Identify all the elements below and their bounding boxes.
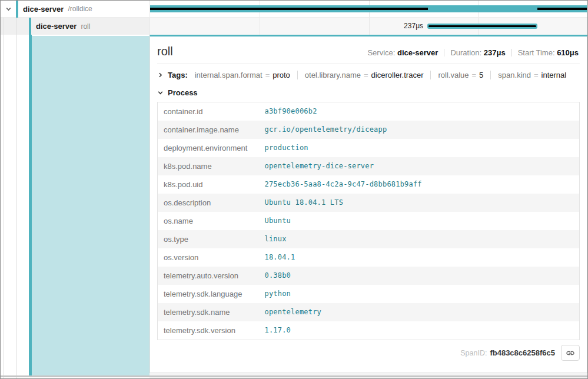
duration-label: Duration: — [450, 48, 481, 57]
table-row: k8s.pod.nameopentelemetry-dice-server — [158, 157, 580, 175]
trace-detail-view: dice-server /rolldice dice-server roll 2… — [0, 0, 588, 379]
timeline-row-child: 237μs — [150, 18, 587, 35]
kv-key: os.version — [158, 248, 259, 267]
tag-key: otel.library.name — [305, 71, 361, 79]
kv-key: telemetry.sdk.language — [158, 285, 259, 303]
copy-span-link-button[interactable] — [561, 345, 580, 361]
start-time-label: Start Time: — [518, 48, 555, 57]
span-title: roll — [157, 45, 173, 58]
span-color-fill — [32, 36, 150, 375]
table-row: os.version18.04.1 — [158, 248, 580, 267]
root-span-bar[interactable] — [150, 5, 587, 12]
kv-key: telemetry.auto.version — [158, 267, 259, 285]
collapse-chevron-icon[interactable] — [5, 6, 12, 12]
process-kv-table: container.ida3bf90e006b2 container.image… — [157, 102, 580, 340]
tag-item: internal.span.format = proto — [195, 71, 290, 79]
span-detail-card: roll Service: dice-serverDuration: 237μs… — [150, 35, 587, 373]
table-row: container.ida3bf90e006b2 — [158, 102, 580, 121]
tag-item: roll.value = 5 — [438, 71, 483, 79]
tags-section-toggle[interactable]: Tags: internal.span.format = proto otel.… — [150, 64, 587, 82]
kv-key: telemetry.sdk.version — [158, 321, 259, 340]
kv-key: os.type — [158, 230, 259, 248]
child-activity-segment — [150, 8, 428, 10]
table-row: os.nameUbuntu — [158, 212, 580, 230]
kv-value: Ubuntu 18.04.1 LTS — [259, 194, 580, 212]
chevron-down-icon[interactable] — [157, 89, 164, 96]
self-time-segment — [428, 25, 536, 27]
table-row: telemetry.sdk.languagepython — [158, 285, 580, 303]
child-span-bar[interactable] — [427, 24, 537, 29]
operation-name: roll — [81, 22, 90, 31]
timeline-row-root — [150, 1, 587, 17]
kv-value: production — [259, 139, 580, 157]
table-row: os.typelinux — [158, 230, 580, 248]
span-duration-label: 237μs — [150, 18, 423, 35]
tag-item: span.kind = internal — [498, 71, 566, 79]
kv-key: os.description — [158, 194, 259, 212]
table-row: k8s.pod.uid275ecb36-5aa8-4c2a-9c47-d8bb6… — [158, 175, 580, 194]
kv-value: opentelemetry — [259, 303, 580, 321]
tag-key: span.kind — [498, 71, 531, 79]
span-detail-region: roll Service: dice-serverDuration: 237μs… — [1, 35, 587, 378]
process-section-toggle[interactable]: Process — [150, 82, 587, 102]
separator — [444, 49, 444, 56]
tag-key: internal.span.format — [195, 71, 263, 79]
spanid-value: fb483c8c6258f6c5 — [490, 348, 555, 357]
service-name: dice-server — [23, 5, 64, 14]
tag-item: otel.library.name = diceroller.tracer — [305, 71, 424, 79]
kv-value: 18.04.1 — [259, 248, 580, 267]
chevron-right-icon[interactable] — [157, 72, 164, 78]
tags-label: Tags: — [168, 71, 188, 79]
detail-footer: SpanID: fb483c8c6258f6c5 — [150, 340, 587, 365]
span-color-block — [16, 1, 18, 18]
detail-left-gutter — [1, 35, 150, 378]
detail-right: roll Service: dice-serverDuration: 237μs… — [150, 35, 587, 378]
kv-value: gcr.io/opentelemetry/diceapp — [259, 121, 580, 139]
service-label: Service: — [367, 48, 395, 57]
kv-value: 1.17.0 — [259, 321, 580, 340]
kv-key: container.id — [158, 102, 259, 121]
tag-separator — [490, 71, 491, 79]
kv-value: opentelemetry-dice-server — [259, 157, 580, 175]
table-row: os.descriptionUbuntu 18.04.1 LTS — [158, 194, 580, 212]
link-icon — [566, 348, 575, 358]
tag-equals: = — [534, 71, 539, 79]
span-color-block — [29, 18, 31, 35]
table-row: deployment.environmentproduction — [158, 139, 580, 157]
kv-value: python — [259, 285, 580, 303]
kv-key: k8s.pod.uid — [158, 175, 259, 194]
indent-guide — [16, 18, 17, 35]
tag-value: 5 — [479, 71, 483, 79]
kv-value: Ubuntu — [259, 212, 580, 230]
separator — [511, 49, 512, 56]
tag-separator — [430, 71, 431, 79]
kv-value: linux — [259, 230, 580, 248]
tag-equals: = — [364, 71, 368, 79]
service-name: dice-server — [36, 22, 77, 31]
tag-separator — [297, 71, 298, 79]
tag-equals: = — [265, 71, 270, 79]
span-row-rolldice[interactable]: dice-server /rolldice — [1, 1, 587, 18]
kv-key: os.name — [158, 212, 259, 230]
tag-value: diceroller.tracer — [371, 71, 424, 79]
indent-guide — [16, 35, 17, 378]
tag-value: proto — [273, 71, 290, 79]
detail-header: roll Service: dice-serverDuration: 237μs… — [150, 36, 587, 58]
table-row: telemetry.sdk.nameopentelemetry — [158, 303, 580, 321]
start-time-value: 610μs — [557, 48, 579, 57]
process-label: Process — [168, 88, 198, 97]
span-overview: Service: dice-serverDuration: 237μsStart… — [367, 48, 579, 57]
span-name-column[interactable]: dice-server roll — [1, 18, 150, 35]
service-value: dice-server — [397, 48, 438, 57]
duration-value: 237μs — [484, 48, 506, 57]
kv-value: 0.38b0 — [259, 267, 580, 285]
table-row: telemetry.auto.version0.38b0 — [158, 267, 580, 285]
tag-key: roll.value — [438, 71, 469, 79]
bottom-scroll-strip — [1, 375, 587, 377]
table-row: telemetry.sdk.version1.17.0 — [158, 321, 580, 340]
kv-value: 275ecb36-5aa8-4c2a-9c47-d8bb681b9aff — [259, 175, 580, 194]
span-row-roll-selected[interactable]: dice-server roll 237μs — [1, 18, 587, 35]
kv-key: deployment.environment — [158, 139, 259, 157]
child-activity-segment — [537, 8, 587, 10]
span-name-column[interactable]: dice-server /rolldice — [1, 1, 150, 17]
